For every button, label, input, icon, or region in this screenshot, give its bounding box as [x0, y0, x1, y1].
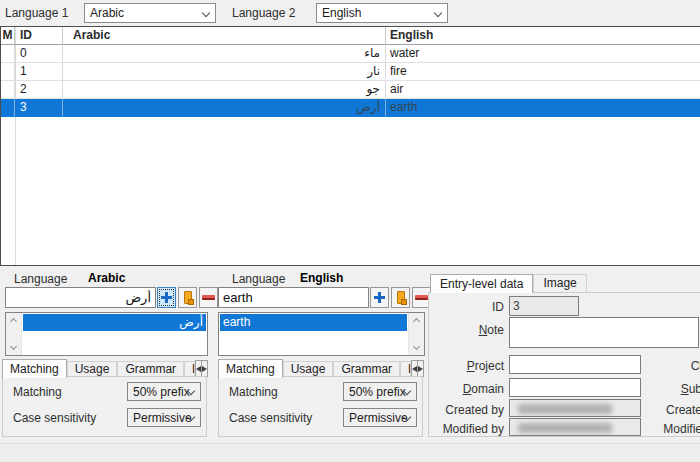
scroll-down-icon[interactable]: [413, 343, 420, 350]
column-header-marker[interactable]: M: [1, 27, 15, 45]
tab-definition[interactable]: Defin: [400, 361, 411, 377]
grid-header-row: M ID Arabic English: [1, 27, 700, 45]
arabic-subtabs: Matching Usage Grammar Defin: [2, 358, 208, 377]
domain-label: Domain: [449, 382, 504, 396]
tab-grammar[interactable]: Grammar: [117, 361, 184, 377]
language2-select[interactable]: English: [316, 3, 448, 23]
matching-label: Matching: [229, 385, 278, 399]
case-sensitivity-label: Case sensitivity: [13, 411, 96, 425]
scroll-up-icon[interactable]: [10, 318, 17, 325]
matching-label: Matching: [13, 385, 62, 399]
note-label: Note: [449, 323, 504, 337]
column-header-arabic[interactable]: Arabic: [63, 27, 386, 45]
domain-field[interactable]: [509, 378, 641, 397]
tab-scroll-left-button[interactable]: [411, 360, 418, 377]
language1-value: Arabic: [90, 6, 124, 20]
tab-scroll-right-button[interactable]: [202, 360, 208, 377]
created-by-label: Created by: [437, 403, 504, 417]
column-header-english[interactable]: English: [386, 27, 700, 45]
modified-by-label: Modified by: [437, 422, 504, 436]
matching-tab-panel: Matching 50% prefix Case sensitivity Per…: [218, 376, 423, 437]
status-bar: [0, 443, 700, 462]
table-row[interactable]: 1 نار fire: [1, 63, 700, 81]
add-icon: [161, 292, 172, 303]
tab-usage[interactable]: Usage: [283, 361, 334, 377]
arabic-term-input[interactable]: [5, 287, 156, 308]
note-field[interactable]: [509, 317, 699, 348]
table-row[interactable]: 0 ماء water: [1, 45, 700, 63]
entry-data-panel: Entry-level data Image ID Note Project C…: [428, 266, 700, 443]
project-field[interactable]: [509, 355, 641, 374]
language2-value: English: [322, 6, 361, 20]
dictionary-grid[interactable]: M ID Arabic English 0 ماء water 1 نار fi…: [0, 26, 700, 266]
list-item[interactable]: earth: [220, 314, 407, 331]
english-term-input[interactable]: [218, 287, 369, 308]
add-icon: [374, 292, 385, 303]
modified-on-label-truncated: Modifie: [659, 422, 700, 436]
id-field: [509, 296, 579, 316]
project-label: Project: [449, 359, 504, 373]
language-selector-bar: Language 1 Arabic Language 2 English: [0, 0, 700, 26]
redacted-text: [518, 423, 612, 433]
edit-term-button[interactable]: [178, 287, 197, 308]
case-sensitivity-select[interactable]: Permissive: [127, 408, 201, 427]
language1-label: Language 1: [5, 0, 68, 26]
list-item[interactable]: أرض: [23, 314, 206, 331]
table-row-selected[interactable]: 3 أرض earth: [1, 99, 700, 117]
id-label: ID: [449, 300, 504, 314]
add-term-button[interactable]: [370, 287, 389, 308]
tab-matching[interactable]: Matching: [2, 359, 67, 378]
case-sensitivity-label: Case sensitivity: [229, 411, 312, 425]
chevron-down-icon: [202, 9, 210, 17]
modified-by-field: [509, 418, 641, 436]
edit-icon: [184, 291, 192, 304]
language-name: English: [300, 271, 343, 285]
english-term-list[interactable]: earth: [218, 312, 425, 356]
arabic-term-list[interactable]: أرض: [5, 312, 208, 356]
case-sensitivity-select[interactable]: Permissive: [343, 408, 417, 427]
tab-scroll-left-button[interactable]: [195, 360, 202, 377]
redacted-text: [518, 404, 612, 414]
left-arrow-icon: [196, 366, 201, 372]
table-row[interactable]: 2 جو air: [1, 81, 700, 99]
tab-usage[interactable]: Usage: [67, 361, 118, 377]
left-arrow-icon: [412, 366, 417, 372]
matching-select[interactable]: 50% prefix: [343, 382, 417, 401]
language2-label: Language 2: [232, 0, 295, 26]
language1-select[interactable]: Arabic: [84, 3, 216, 23]
language-label: Language: [14, 272, 67, 286]
tab-entry-level-data[interactable]: Entry-level data: [430, 274, 533, 293]
remove-icon: [415, 295, 428, 300]
tab-image[interactable]: Image: [533, 274, 586, 292]
created-on-label-truncated: Create: [659, 403, 700, 417]
right-arrow-icon: [418, 366, 423, 372]
created-by-field: [509, 399, 641, 417]
right-arrow-icon: [202, 366, 207, 372]
tab-scroll-right-button[interactable]: [418, 360, 424, 377]
column-header-id[interactable]: ID: [15, 27, 63, 45]
language-name: Arabic: [88, 271, 125, 285]
scroll-up-icon[interactable]: [413, 318, 420, 325]
chevron-down-icon: [434, 9, 442, 17]
add-term-button[interactable]: [157, 287, 176, 308]
tab-grammar[interactable]: Grammar: [333, 361, 400, 377]
tab-matching[interactable]: Matching: [218, 359, 283, 378]
edit-icon: [397, 291, 405, 304]
matching-select[interactable]: 50% prefix: [127, 382, 201, 401]
entry-tabs: Entry-level data Image: [430, 271, 700, 292]
english-term-panel: Language English earth Matching Usage Gr…: [213, 266, 426, 443]
edit-term-button[interactable]: [391, 287, 410, 308]
subdomain-label-truncated: Sub: [659, 382, 700, 396]
language-label: Language: [232, 272, 285, 286]
arabic-term-panel: Language Arabic أرض Matching Usage Gramm…: [0, 266, 218, 443]
english-subtabs: Matching Usage Grammar Defin: [218, 358, 424, 377]
tab-definition[interactable]: Defin: [184, 361, 195, 377]
scrollbar[interactable]: [6, 313, 22, 355]
scrollbar[interactable]: [408, 313, 424, 355]
entry-data-body: ID Note Project Cl Domain Sub Created by…: [428, 292, 700, 437]
scroll-down-icon[interactable]: [10, 343, 17, 350]
matching-tab-panel: Matching 50% prefix Case sensitivity Per…: [2, 376, 207, 437]
client-label-truncated: Cl: [659, 359, 700, 373]
